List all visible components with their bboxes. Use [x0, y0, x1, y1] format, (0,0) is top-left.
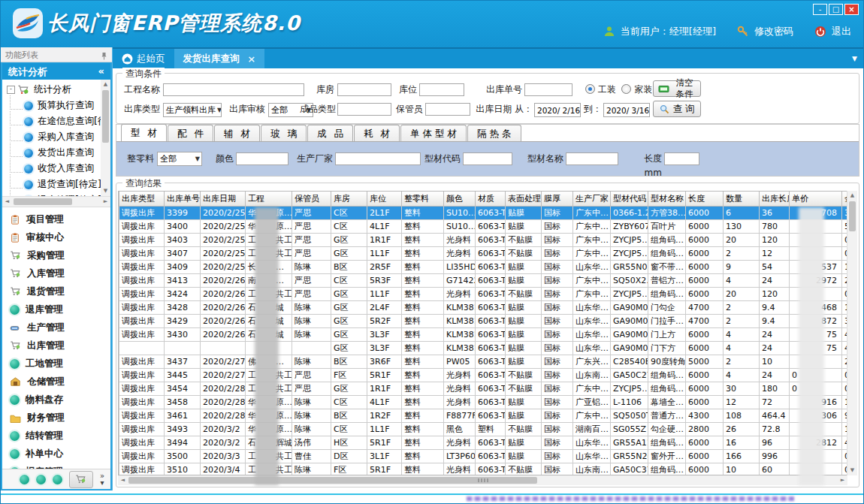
date-from-picker[interactable]: 2020/ 2/16▼ [534, 103, 581, 117]
whole-part-select[interactable]: 全部▼ [157, 152, 202, 166]
column-header[interactable]: 出库单号 [165, 192, 201, 207]
column-header[interactable]: 生产厂家 [573, 192, 611, 207]
column-header[interactable]: 单价 [790, 192, 842, 207]
tab-list-caret-icon[interactable]: ▼ [852, 55, 857, 62]
pin-icon[interactable] [101, 50, 107, 62]
table-row[interactable]: 调拨出库34282020/2/26石城陈琳G区2L4F整料KLM38176063… [119, 301, 848, 315]
collapse-icon[interactable]: « [98, 65, 104, 80]
tree-collapse-box[interactable]: - [7, 86, 15, 94]
overflow-chevron[interactable]: »▾ [100, 472, 104, 486]
column-header[interactable]: 颜色 [444, 192, 476, 207]
column-header[interactable]: 出库长度 [760, 192, 790, 207]
material-tab-配件[interactable]: 配件 [168, 125, 213, 141]
profile-code-input[interactable] [463, 152, 512, 165]
warehouse-input[interactable] [337, 83, 391, 96]
material-tab-玻璃[interactable]: 玻璃 [261, 125, 307, 141]
vertical-scrollbar[interactable]: ▲ ▼ [847, 191, 857, 475]
material-tab-型材[interactable]: 型材 [121, 124, 167, 141]
tab-home[interactable]: 起始页 [113, 49, 174, 68]
sidebar-item-项目管理[interactable]: 项目管理 [2, 210, 110, 228]
table-row[interactable]: 调拨出库34582020/2/28华原…陈琳C区4L1F整料光身料6063-T5… [119, 396, 848, 409]
column-header[interactable]: 型材代码 [611, 192, 648, 207]
column-header[interactable]: 库位 [367, 192, 402, 207]
maximize-button[interactable]: □ [829, 4, 843, 15]
table-row[interactable]: 调拨出库35002020/3/3工共工程曹佳D区3L1F整料LT3P606063… [119, 450, 848, 463]
minimize-button[interactable]: - [813, 4, 827, 15]
column-header[interactable]: 膜厚 [542, 192, 573, 207]
sidebar-item-生产管理[interactable]: 生产管理 [2, 318, 110, 337]
material-tab-隔热条[interactable]: 隔热条 [467, 125, 521, 141]
table-row[interactable]: 调拨出库34242020/2/26工共工程严思G区1L1F整料光身料6063-T… [119, 288, 848, 301]
radio-gongzhuang[interactable] [585, 84, 595, 94]
tab-shipping-query[interactable]: 发货出库查询 × [174, 49, 265, 68]
table-row[interactable]: 调拨出库34372020/2/27佛…陈琳B区3R6F整料PW056063-T5… [119, 355, 848, 369]
table-row[interactable]: 调拨出库34002020/2/25华原…严思C区4L1F整料SU10…6063-… [119, 220, 848, 234]
change-password-link[interactable]: 修改密码 [754, 25, 793, 38]
table-row[interactable]: 调拨出库35102020/3/4工共工程陈琳F区5R1F整料光身料6063-T5… [119, 463, 848, 476]
length-input[interactable] [664, 152, 699, 165]
column-header[interactable]: 表面处理 [506, 192, 542, 207]
order-no-input[interactable] [524, 83, 572, 96]
table-row[interactable]: 调拨出库34292020/2/26石城陈琳G区5R2F整料KLM38176063… [119, 315, 848, 328]
sidebar-item-工地管理[interactable]: 工地管理 [2, 355, 110, 373]
material-tab-单体型材[interactable]: 单体型材 [400, 125, 467, 141]
location-input[interactable] [419, 83, 464, 96]
sidebar-item-结转管理[interactable]: 结转管理 [2, 427, 110, 445]
horizontal-scrollbar[interactable]: ◄ ► [118, 475, 847, 485]
project-name-input[interactable] [163, 83, 304, 96]
sidebar-item-入库管理[interactable]: 入库管理 [2, 264, 110, 282]
manufacturer-input[interactable] [335, 152, 421, 165]
color-input[interactable] [236, 152, 289, 165]
column-header[interactable]: 保管员 [292, 192, 331, 207]
table-row[interactable]: 调拨出库34542020/2/28工共工程严思G区1R1F整料光身料6063-T… [119, 382, 848, 396]
table-row[interactable]: 调拨出库34032020/2/25工共工程严思G区1R1F整料光身料6063-T… [119, 234, 848, 247]
sidebar-item-退货管理[interactable]: 退货管理 [2, 282, 110, 300]
nav-circle-icon[interactable] [36, 475, 46, 484]
sidebar-item-采购管理[interactable]: 采购管理 [2, 246, 110, 264]
product-type-input[interactable] [337, 103, 391, 116]
column-header[interactable]: 型材名称 [648, 192, 686, 207]
table-row[interactable]: G区3L3F整料KLM38176063-T5贴膜国标山东华…GA90M09.门下… [119, 342, 848, 355]
logout-link[interactable]: 退出 [832, 25, 851, 38]
column-header[interactable]: 库房 [331, 192, 367, 207]
sidebar-item-退库管理[interactable]: 退库管理 [2, 300, 110, 318]
profile-name-input[interactable] [566, 152, 618, 165]
column-header[interactable]: 出库日期 [201, 192, 246, 207]
radio-jiazhuang[interactable] [621, 84, 631, 94]
sidebar-item-财务管理[interactable]: 财务管理 [2, 409, 110, 427]
search-button[interactable]: 查 询 [653, 101, 701, 117]
sidebar-item-出库管理[interactable]: 出库管理 [2, 337, 110, 355]
column-header[interactable]: 出库类型 [119, 192, 165, 207]
column-header[interactable]: 整零料 [402, 192, 444, 207]
table-row[interactable]: 调拨出库34302020/2/26石城陈琳G区3L3F整料KLM38176063… [119, 328, 848, 342]
table-row[interactable]: 调拨出库34132020/2/26南…严思C区5R3F整料G714226063-… [119, 274, 848, 288]
tab-close-icon[interactable]: × [248, 53, 256, 65]
column-header[interactable]: 长度 [686, 192, 724, 207]
table-row[interactable]: 调拨出库34612020/2/28华原…陈琳B区1R2F整料F8877FT606… [119, 409, 848, 423]
sidebar-item-补单中心[interactable]: 补单中心 [2, 445, 110, 463]
sidebar-item-物料盘存[interactable]: 物料盘存 [2, 391, 110, 409]
date-to-picker[interactable]: 2020/ 3/16▼ [603, 103, 650, 117]
table-row[interactable]: 调拨出库34932020/3/2华原…陈琳C区1L1F整料黑色塑料不贴膜国标湖南… [119, 423, 848, 436]
nav-cart-button[interactable] [69, 471, 93, 488]
table-row[interactable]: 调拨出库33992020/2/25华原…严思C区2L1F整料SU10…6063-… [119, 207, 848, 220]
keeper-input[interactable] [425, 103, 470, 116]
table-row[interactable]: 调拨出库34072020/2/25工共工程严思G区1L1F整料光身料6063-T… [119, 247, 848, 261]
material-tab-辅材[interactable]: 辅材 [214, 125, 260, 141]
clear-conditions-button[interactable]: 清空条件 [653, 80, 701, 97]
column-header[interactable]: 材质 [476, 192, 506, 207]
sidebar-item-仓储管理[interactable]: 仓储管理 [2, 373, 110, 391]
material-tab-成品[interactable]: 成品 [307, 125, 353, 141]
material-tab-耗材[interactable]: 耗材 [354, 125, 400, 141]
column-header[interactable]: 工程 [246, 192, 292, 207]
close-button[interactable]: × [844, 4, 859, 15]
out-type-select[interactable]: 生产领料出库▼ [163, 103, 222, 117]
table-row[interactable]: 调拨出库34092020/2/25长…陈琳B区2R5F整料LI35HD6063-… [119, 261, 848, 274]
table-row[interactable]: 调拨出库34942020/3/2石辉城汤伟H区5R1F整料光身料6063-T5贴… [119, 436, 848, 450]
table-row[interactable]: 调拨出库34452020/2/27工共工程严思F区5R1F整料光身料6063-T… [119, 369, 848, 382]
nav-circle-icon[interactable] [20, 475, 29, 484]
sidebar-item-审核中心[interactable]: 审核中心 [2, 228, 110, 246]
tree-vertical-scrollbar[interactable]: ▲▼ [101, 80, 110, 196]
tree-horizontal-scrollbar[interactable]: ◄► [2, 197, 110, 207]
sidebar-item-报废管理[interactable]: 报废管理 [2, 463, 110, 469]
